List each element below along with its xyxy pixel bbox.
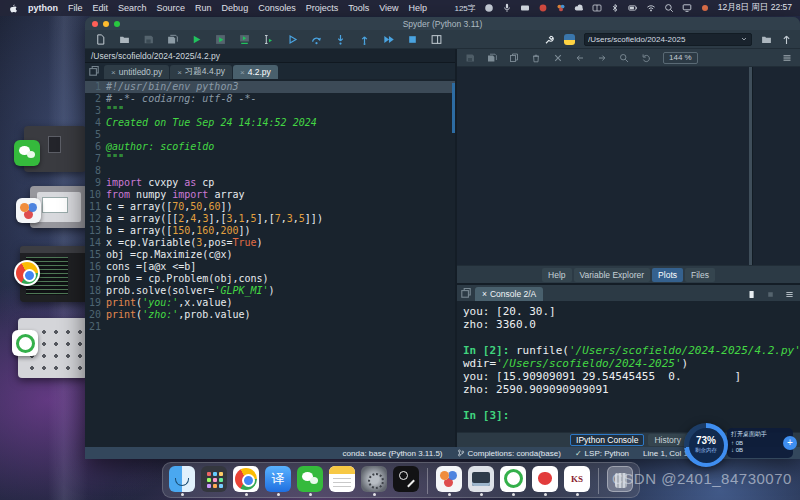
menu-search[interactable]: Search <box>118 3 147 13</box>
env-btn-icon[interactable] <box>766 290 775 299</box>
remove-icon[interactable] <box>531 53 541 63</box>
console-bottom-tab-ipython-console[interactable]: IPython Console <box>570 434 644 446</box>
step-over-icon[interactable] <box>311 34 322 45</box>
stop-icon[interactable] <box>407 34 418 45</box>
dock-csdn[interactable] <box>532 466 558 496</box>
dock-drawio[interactable] <box>436 466 462 496</box>
rerun-icon[interactable] <box>263 34 274 45</box>
run-cell-icon[interactable] <box>215 34 226 45</box>
menu-tools[interactable]: Tools <box>348 3 369 13</box>
copy-icon[interactable] <box>509 53 519 63</box>
run-cell-advance-icon[interactable] <box>239 34 250 45</box>
emoji-icon[interactable] <box>484 3 494 13</box>
console-bottom-tab-history[interactable]: History <box>648 434 686 446</box>
dock-notes[interactable] <box>329 466 355 496</box>
close-tab-icon[interactable]: × <box>111 68 116 77</box>
pane-tab-help[interactable]: Help <box>542 268 571 282</box>
close-tab-icon[interactable]: × <box>177 68 182 77</box>
ipython-console-output[interactable]: you: [20. 30.]zho: 3360.0 In [2]: runfil… <box>457 301 800 432</box>
editor-tab-untitled0.py[interactable]: ×untitled0.py <box>104 65 169 79</box>
step-out-icon[interactable] <box>359 34 370 45</box>
console-tab[interactable]: × Console 2/A <box>475 287 543 301</box>
pane-tab-files[interactable]: Files <box>685 268 715 282</box>
save-all-icon[interactable] <box>167 34 178 45</box>
menu-file[interactable]: File <box>68 3 83 13</box>
inspect-icon[interactable] <box>747 290 756 299</box>
editor-tab-4.2.py[interactable]: ×4.2.py <box>233 65 278 79</box>
save-icon[interactable] <box>465 53 475 63</box>
dock-settings[interactable] <box>361 466 387 496</box>
minimized-window-drawio[interactable] <box>30 186 88 228</box>
menu-consoles[interactable]: Consoles <box>258 3 296 13</box>
menu-run[interactable]: Run <box>195 3 212 13</box>
close-tab-icon[interactable]: × <box>240 68 245 77</box>
preferences-icon[interactable] <box>544 34 555 45</box>
window-titlebar[interactable]: Spyder (Python 3.11) <box>85 17 800 30</box>
plots-options-menu-icon[interactable] <box>782 53 792 63</box>
browse-directory-icon[interactable] <box>761 34 772 45</box>
editor-scrollbar[interactable] <box>452 83 455 133</box>
menu-projects[interactable]: Projects <box>306 3 339 13</box>
dot-icon[interactable] <box>700 3 710 13</box>
dock-translate[interactable]: 译 <box>265 466 291 496</box>
menu-source[interactable]: Source <box>157 3 186 13</box>
dock-ks[interactable]: KS <box>564 466 590 496</box>
shapes-icon[interactable] <box>556 3 566 13</box>
panes-icon[interactable] <box>431 34 442 45</box>
go-up-directory-icon[interactable] <box>781 34 792 45</box>
display-icon[interactable] <box>682 3 692 13</box>
word-count-badge[interactable]: 125字 <box>454 3 475 14</box>
undo-icon[interactable] <box>641 53 651 63</box>
bluetooth-icon[interactable] <box>610 3 620 13</box>
dock-preview[interactable] <box>468 466 494 496</box>
continue-icon[interactable] <box>383 34 394 45</box>
close-icon[interactable] <box>553 53 563 63</box>
pane-tab-plots[interactable]: Plots <box>652 268 683 282</box>
search-icon[interactable] <box>664 3 674 13</box>
menu-edit[interactable]: Edit <box>93 3 109 13</box>
dock-finder[interactable] <box>169 466 195 496</box>
pane-tab-variable-explorer[interactable]: Variable Explorer <box>574 268 651 282</box>
save-icon[interactable] <box>143 34 154 45</box>
memory-monitor-widget[interactable]: 73% 剩余内存 <box>684 423 728 467</box>
save-all-icon[interactable] <box>487 53 497 63</box>
dock-launchpad[interactable] <box>201 466 227 496</box>
dock-chrome[interactable] <box>233 466 259 496</box>
next-icon[interactable] <box>597 53 607 63</box>
previous-icon[interactable] <box>575 53 585 63</box>
zoom-in-icon[interactable] <box>619 53 629 63</box>
mic-icon[interactable] <box>502 3 512 13</box>
hamburger-icon[interactable] <box>785 290 794 299</box>
minimized-window-wechat[interactable] <box>24 126 86 172</box>
battery-icon[interactable] <box>628 3 638 13</box>
run-icon[interactable] <box>191 34 202 45</box>
python-env-icon[interactable] <box>564 34 575 45</box>
dock-passwords[interactable] <box>393 466 419 496</box>
new-file-icon[interactable] <box>95 34 106 45</box>
menubar-app-name[interactable]: python <box>28 3 58 13</box>
cloud-icon[interactable] <box>574 3 584 13</box>
minimized-window-finder[interactable] <box>18 318 88 378</box>
debug-file-icon[interactable] <box>287 34 298 45</box>
menu-debug[interactable]: Debug <box>222 3 249 13</box>
browse-console-tabs-icon[interactable] <box>460 287 472 299</box>
minimized-window-chrome[interactable] <box>20 246 88 302</box>
open-folder-icon[interactable] <box>119 34 130 45</box>
editor-tab-习题4.4.py[interactable]: ×习题4.4.py <box>170 65 232 79</box>
close-console-tab-icon[interactable]: × <box>482 289 487 299</box>
step-into-icon[interactable] <box>335 34 346 45</box>
split-icon[interactable] <box>592 3 602 13</box>
assistant-add-button[interactable]: + <box>783 436 797 450</box>
menu-help[interactable]: Help <box>409 3 428 13</box>
menu-view[interactable]: View <box>379 3 398 13</box>
dock-green[interactable] <box>500 466 526 496</box>
dock-wechat[interactable] <box>297 466 323 496</box>
apple-menu-icon[interactable] <box>8 3 18 14</box>
code-editor[interactable]: 1#!/usr/bin/env python32# -*- codiarng: … <box>85 79 455 447</box>
menubar-clock[interactable]: 12月8日 周日 22:57 <box>718 2 792 14</box>
working-directory-select[interactable]: /Users/scofieldo/2024-2025 <box>584 33 752 46</box>
record-icon[interactable] <box>538 3 548 13</box>
browse-tabs-icon[interactable] <box>88 65 100 77</box>
wifi-icon[interactable] <box>646 3 656 13</box>
keyboard-icon[interactable] <box>520 3 530 13</box>
